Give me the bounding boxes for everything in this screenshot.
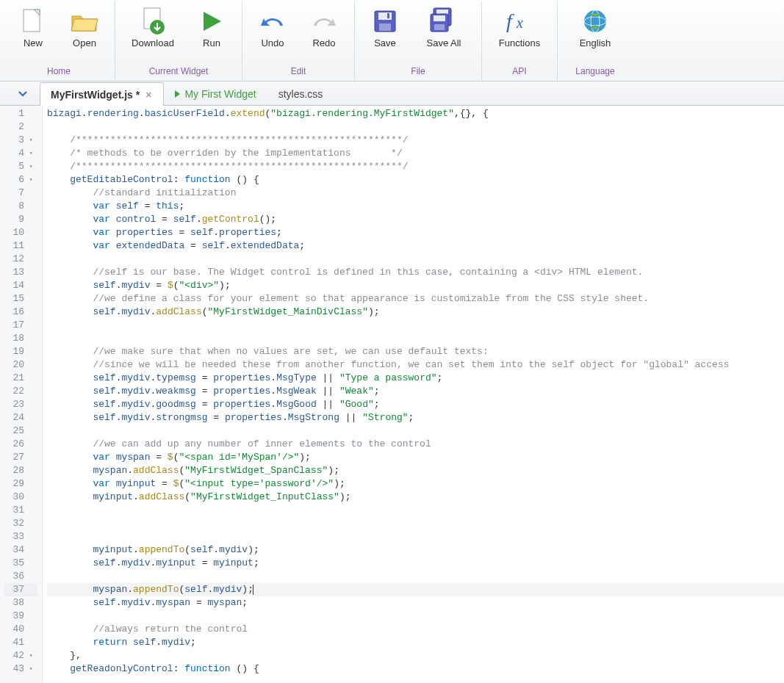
code-line[interactable]: return self.mydiv;: [47, 636, 784, 649]
code-line[interactable]: //we can add up any number of inner elem…: [47, 438, 784, 451]
code-line[interactable]: myinput.appendTo(self.mydiv);: [47, 543, 784, 557]
code-line[interactable]: //self is our base. The Widget control i…: [47, 266, 784, 279]
code-line[interactable]: [47, 424, 784, 438]
code-line[interactable]: self.mydiv.myspan = myspan;: [47, 596, 784, 610]
open-folder-icon: [70, 7, 99, 36]
code-line[interactable]: [47, 332, 784, 345]
chevron-down-icon: [18, 88, 28, 98]
open-button[interactable]: Open: [59, 4, 110, 63]
tab-bar: MyFirstWidget.js *×My First Widgetstyles…: [0, 82, 784, 106]
code-line[interactable]: self.mydiv.strongmsg = properties.MsgStr…: [47, 411, 784, 424]
undo-button[interactable]: Undo: [247, 4, 298, 63]
code-line[interactable]: [47, 319, 784, 332]
functions-button[interactable]: fxFunctions: [486, 4, 553, 63]
redo-icon: [309, 7, 339, 36]
code-line[interactable]: var myinput = $("<input type='password'/…: [47, 477, 784, 491]
code-line[interactable]: var properties = self.properties;: [47, 226, 784, 239]
code-line[interactable]: [47, 610, 784, 623]
code-line[interactable]: [47, 570, 784, 583]
ribbon-group-title: Language: [575, 63, 614, 81]
play-icon: [175, 90, 180, 98]
line-number: 6▾: [4, 173, 37, 187]
tab-file[interactable]: MyFirstWidget.js *×: [40, 82, 164, 106]
code-line[interactable]: var myspan = $("<span id='MySpan'/>");: [47, 451, 784, 464]
english-button[interactable]: English: [562, 4, 628, 63]
code-line[interactable]: myspan.appendTo(self.mydiv);: [47, 583, 784, 596]
code-line[interactable]: getEditableControl: function () {: [47, 173, 784, 187]
line-number: 23: [4, 398, 37, 411]
saveall-button[interactable]: Save All: [411, 4, 477, 63]
code-line[interactable]: self.mydiv = $("<div>");: [47, 279, 784, 292]
svg-point-17: [584, 10, 606, 32]
code-line[interactable]: bizagi.rendering.basicUserField.extend("…: [47, 107, 784, 120]
redo-button[interactable]: Redo: [298, 4, 350, 63]
line-number: 16: [4, 306, 37, 319]
line-number: 42▾: [4, 649, 37, 662]
ribbon-group: fxFunctionsAPI: [482, 1, 558, 81]
new-file-icon: [18, 7, 48, 36]
line-number: 8: [4, 200, 37, 213]
ribbon-button-label: Open: [73, 37, 96, 48]
svg-rect-13: [434, 15, 445, 21]
globe-icon: [580, 7, 610, 36]
download-icon: [138, 7, 168, 36]
line-number: 36: [4, 570, 37, 583]
line-number: 35: [4, 557, 37, 570]
code-line[interactable]: self.mydiv.goodmsg = properties.MsgGood …: [47, 398, 784, 411]
svg-rect-14: [434, 24, 445, 30]
code-line[interactable]: [47, 120, 784, 134]
line-number: 19: [4, 345, 37, 358]
code-line[interactable]: //we make sure that when no values are s…: [47, 345, 784, 358]
code-line[interactable]: self.mydiv.addClass("MyFirstWidget_MainD…: [47, 306, 784, 319]
line-number: 25: [4, 424, 37, 438]
code-line[interactable]: self.mydiv.myinput = myinput;: [47, 557, 784, 570]
line-number: 38: [4, 596, 37, 610]
svg-rect-8: [387, 13, 389, 18]
line-number: 9: [4, 213, 37, 226]
code-line[interactable]: /* methods to be overriden by the implem…: [47, 147, 784, 160]
ribbon-button-label: Functions: [499, 37, 540, 48]
save-icon: [370, 7, 400, 36]
tab-preview[interactable]: My First Widget: [164, 82, 267, 105]
tab-dropdown[interactable]: [6, 82, 40, 105]
ribbon-group: EnglishLanguage: [558, 1, 633, 81]
code-line[interactable]: //we define a class for your element so …: [47, 292, 784, 306]
code-line[interactable]: //since we will be needed these from ano…: [47, 358, 784, 372]
code-line[interactable]: [47, 530, 784, 543]
code-line[interactable]: //always return the control: [47, 623, 784, 636]
code-line[interactable]: self.mydiv.weakmsg = properties.MsgWeak …: [47, 385, 784, 398]
code-editor[interactable]: 123▾4▾5▾6▾789101112131415161718192021222…: [0, 106, 784, 683]
code-line[interactable]: },: [47, 649, 784, 662]
undo-icon: [258, 7, 287, 36]
save-button[interactable]: Save: [359, 4, 411, 63]
code-line[interactable]: var self = this;: [47, 200, 784, 213]
line-number: 11: [4, 239, 37, 253]
code-area[interactable]: bizagi.rendering.basicUserField.extend("…: [43, 106, 784, 683]
code-line[interactable]: /***************************************…: [47, 160, 784, 173]
line-number: 31: [4, 504, 37, 517]
download-button[interactable]: Download: [120, 4, 186, 63]
tab-file[interactable]: styles.css: [267, 82, 334, 105]
line-number: 10: [4, 226, 37, 239]
ribbon-toolbar: NewOpenHomeDownloadRunCurrent WidgetUndo…: [0, 0, 784, 82]
code-line[interactable]: myspan.addClass("MyFirstWidget_SpanClass…: [47, 464, 784, 477]
code-line[interactable]: //standard initialization: [47, 187, 784, 200]
line-number: 3▾: [4, 134, 37, 147]
line-number: 12: [4, 253, 37, 266]
code-line[interactable]: getReadonlyControl: function () {: [47, 662, 784, 676]
code-line[interactable]: var extendedData = self.extendedData;: [47, 239, 784, 253]
code-line[interactable]: [47, 504, 784, 517]
new-button[interactable]: New: [7, 4, 59, 63]
run-button[interactable]: Run: [186, 4, 237, 63]
line-number: 34: [4, 543, 37, 557]
code-line[interactable]: /***************************************…: [47, 134, 784, 147]
code-line[interactable]: [47, 517, 784, 530]
line-number: 4▾: [4, 147, 37, 160]
line-number: 37: [4, 583, 37, 596]
svg-rect-7: [379, 24, 391, 31]
close-icon[interactable]: ×: [144, 89, 153, 101]
code-line[interactable]: [47, 253, 784, 266]
code-line[interactable]: self.mydiv.typemsg = properties.MsgType …: [47, 372, 784, 385]
code-line[interactable]: myinput.addClass("MyFirstWidget_InputCla…: [47, 491, 784, 504]
code-line[interactable]: var control = self.getControl();: [47, 213, 784, 226]
